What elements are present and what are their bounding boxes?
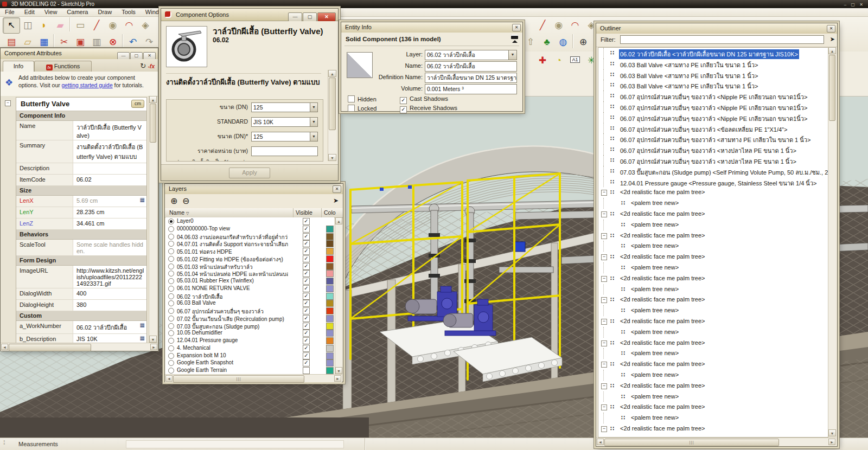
layer-visible-checkbox[interactable]: ✓	[303, 293, 310, 300]
layer-visible-checkbox[interactable]: ✓	[303, 285, 310, 292]
layer-color-swatch[interactable]	[326, 226, 334, 233]
expand-collapse-icon[interactable]: −	[601, 254, 607, 260]
outliner-item-label[interactable]: <palem tree new>	[630, 329, 680, 335]
layer-row[interactable]: Expansion bolt M 10✓	[165, 352, 334, 359]
outliner-row[interactable]: ∷12.04.01 Pressure gauge <Pressure gauge…	[598, 177, 828, 188]
outliner-row[interactable]: ∷<palem tree new>	[598, 348, 828, 359]
protractor-tool-button[interactable]: ◔	[551, 53, 567, 68]
outliner-row[interactable]: ∷07.03 ปั๊มสูบตะกอน (Sludge pump) <Self …	[598, 166, 828, 177]
outliner-item-label[interactable]: <palem tree new>	[630, 242, 680, 249]
layer-color-swatch[interactable]	[326, 233, 334, 240]
attributes-horizontal-scrollbar[interactable]: ◄►	[1, 343, 158, 351]
outliner-item-label[interactable]: <2d realistic face me palm tree>	[619, 275, 706, 281]
option-input-5[interactable]	[251, 161, 318, 162]
outliner-item-label[interactable]: <palem tree new>	[630, 393, 680, 400]
column-visible[interactable]: Visible	[296, 209, 312, 216]
layers-detail-button[interactable]: ➤	[333, 197, 339, 204]
menu-camera[interactable]: Camera	[62, 8, 93, 16]
attribute-value[interactable]: 5.69 cm▦	[73, 196, 146, 207]
outliner-row[interactable]: ∷<palem tree new>	[598, 370, 828, 381]
layer-active-radio[interactable]	[168, 248, 174, 254]
layer-color-swatch[interactable]	[326, 367, 334, 374]
attribute-value[interactable]: 28.235 cm	[73, 207, 146, 218]
outliner-item-label[interactable]: 06.07 อุปกรณ์ส่วนควบอื่นๆ ของวาล์ว <หางป…	[619, 146, 797, 156]
layers-horizontal-scrollbar[interactable]: ◄► |||	[165, 374, 342, 382]
outliner-row[interactable]: −∷<2d realistic face me palm tree>	[598, 338, 828, 349]
component-attributes-titlebar[interactable]: Component Attributes —▢✕	[1, 48, 158, 60]
close-button[interactable]: ✕	[317, 12, 336, 22]
attribute-value[interactable]: 380	[73, 300, 146, 311]
outliner-item-label[interactable]: <2d realistic face me palm tree>	[619, 318, 706, 324]
option-select-3[interactable]: 125▼	[251, 132, 318, 142]
details-toggle-icon[interactable]	[511, 35, 518, 42]
outliner-row[interactable]: ∷06.07 อุปกรณ์ส่วนควบอื่นๆ ของวาล์ว <หาง…	[598, 155, 828, 166]
layer-visible-checkbox[interactable]: ✓	[303, 248, 310, 255]
layer-visible-checkbox[interactable]: ✓	[303, 323, 310, 330]
expand-collapse-icon[interactable]: −	[601, 211, 607, 217]
layer-color-swatch[interactable]	[326, 359, 334, 367]
outliner-row[interactable]: ∷06.07 อุปกรณ์ส่วนควบอื่นๆ ของวาล์ว <ข้อ…	[598, 123, 828, 134]
layer-row[interactable]: Layer0✓	[165, 217, 334, 225]
dropdown-arrow-icon[interactable]: ▼	[310, 103, 317, 112]
checkbox-icon[interactable]: ✓	[400, 106, 407, 113]
layer-row[interactable]: 05.01.01 ท่อตรง HDPE✓	[165, 247, 334, 255]
layer-visible-checkbox[interactable]: ✓	[303, 345, 310, 352]
outliner-item-label[interactable]: 06.07 อุปกรณ์ส่วนควบอื่นๆ ของวาล์ว <ข้อล…	[619, 125, 788, 134]
layer-color-swatch[interactable]	[326, 307, 334, 314]
attribute-value[interactable]: 06.02 วาล์วปีกผีเสื้อ▦	[73, 321, 146, 333]
layer-active-radio[interactable]	[168, 293, 174, 299]
layer-row[interactable]: 04.07.01 งานติดตั้ง Support ท่อกระจายน้ำ…	[165, 240, 334, 247]
outliner-row[interactable]: ∷06.03 Ball Valve <สามทาง PE เกลียวใน ขน…	[598, 69, 828, 80]
expand-collapse-icon[interactable]: −	[601, 319, 607, 325]
layer-row[interactable]: 0000000000-Top view✓	[165, 225, 334, 233]
layer-visible-checkbox[interactable]: ✓	[303, 255, 310, 262]
apply-button[interactable]: Apply	[229, 168, 270, 178]
outliner-item-label[interactable]: 06.07 อุปกรณ์ส่วนควบอื่นๆ ของวาล์ว <Nipp…	[619, 103, 808, 113]
outliner-row[interactable]: −∷<2d realistic face me palm tree>	[598, 359, 828, 370]
menu-view[interactable]: View	[40, 8, 62, 16]
outliner-item-label[interactable]: <2d realistic face me palm tree>	[619, 210, 706, 217]
layer-visible-checkbox[interactable]: ✓	[303, 278, 310, 285]
outliner-item-label[interactable]: <palem tree new>	[630, 264, 680, 271]
layer-active-radio[interactable]	[168, 271, 174, 277]
checkbox-icon[interactable]	[348, 95, 355, 102]
layer-active-radio[interactable]	[168, 360, 174, 366]
outliner-row[interactable]: ∷06.03 Ball Valve <สามทาง PE เกลียวใน ขน…	[598, 59, 828, 69]
outliner-item-label[interactable]: <palem tree new>	[630, 200, 680, 206]
outliner-vertical-scrollbar[interactable]: ▲▼	[828, 47, 836, 436]
outliner-item-label[interactable]: 06.07 อุปกรณ์ส่วนควบอื่นๆ ของวาล์ว <Nipp…	[619, 114, 808, 124]
outliner-row[interactable]: −∷<2d realistic face me palm tree>	[598, 423, 828, 434]
layer-row[interactable]: 06.07 อุปกรณ์ส่วนควบอื่นๆ ของวาล์ว✓	[165, 307, 334, 314]
layer-visible-checkbox[interactable]: ✓	[303, 263, 310, 270]
collapse-box-icon[interactable]: −	[5, 100, 11, 106]
layer-row[interactable]: 07.03 ปั๊มสูบตะกอน (Sludge pump)✓	[165, 322, 334, 330]
layer-row[interactable]: 05.01.02 Fitting ท่อ HDPE (ข้องอข้อต่อต่…	[165, 255, 334, 262]
axes-tool-button[interactable]: ✚	[534, 53, 551, 68]
outliner-row[interactable]: ∷<palem tree new>	[598, 262, 828, 273]
attribute-value[interactable]	[73, 163, 146, 174]
remove-layer-button[interactable]: ⊖	[182, 196, 189, 206]
layer-visible-checkbox[interactable]: ✓	[303, 240, 310, 247]
menu-draw[interactable]: Draw	[93, 8, 117, 16]
outliner-row[interactable]: −∷<2d realistic face me palm tree>	[598, 381, 828, 391]
sandbox-tool-button[interactable]: ♣	[539, 35, 555, 50]
layer-visible-checkbox[interactable]: ✓	[303, 337, 310, 344]
text-tool-button[interactable]: A1	[567, 53, 583, 68]
layer-row[interactable]: Google Earth Terrain	[165, 367, 334, 374]
outliner-row[interactable]: ∷06.07 อุปกรณ์ส่วนควบอื่นๆ ของวาล์ว <Nip…	[598, 101, 828, 112]
component-options-titlebar[interactable]: Component Options —▢✕	[161, 9, 338, 21]
expand-collapse-icon[interactable]: −	[601, 276, 607, 282]
layer-row[interactable]: 06.03 Ball Valve✓	[165, 299, 334, 307]
column-name[interactable]: Name ▽	[169, 209, 189, 216]
outliner-row[interactable]: ∷06.07 อุปกรณ์ส่วนควบอื่นๆ ของวาล์ว <Nip…	[598, 112, 828, 123]
layer-row[interactable]: 10.05 Dehumidifier✓	[165, 329, 334, 337]
outliner-row[interactable]: −∷<2d realistic face me palm tree>	[598, 273, 828, 284]
outliner-item-label[interactable]: 06.07 อุปกรณ์ส่วนควบอื่นๆ ของวาล์ว <หางป…	[619, 157, 797, 166]
outliner-row[interactable]: ∷06.02 วาล์วปีกผีเสื้อ <วาล์วปีกผีเสื้อข…	[598, 48, 828, 59]
expand-collapse-icon[interactable]: −	[601, 297, 607, 303]
outliner-row[interactable]: −∷<2d realistic face me palm tree>	[598, 252, 828, 262]
layer-visible-checkbox[interactable]: ✓	[303, 300, 310, 307]
outliner-row[interactable]: ∷06.07 อุปกรณ์ส่วนควบอื่นๆ ของวาล์ว <สาม…	[598, 133, 828, 144]
expand-collapse-icon[interactable]: −	[601, 383, 607, 389]
layer-row[interactable]: 4. Mechanical✓	[165, 344, 334, 352]
